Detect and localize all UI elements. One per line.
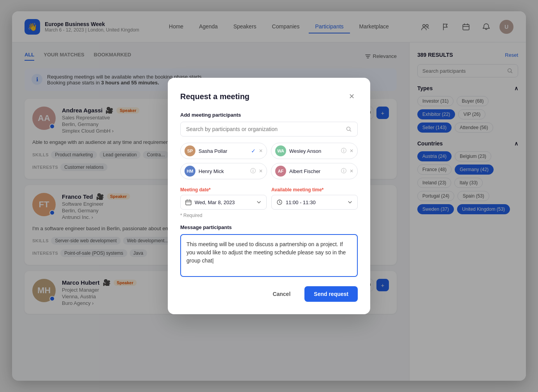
chip-remove-0[interactable]: ✕ bbox=[259, 148, 263, 154]
chip-avatar-1: WA bbox=[275, 145, 286, 156]
calendar-icon bbox=[185, 199, 192, 205]
meeting-time-select[interactable]: 11:00 - 11:30 bbox=[271, 195, 358, 210]
message-textarea[interactable]: This meeting will be used to discuss a p… bbox=[180, 234, 358, 277]
participant-chip-1: WA Wesley Anson ⓘ ✕ bbox=[271, 143, 358, 159]
meeting-date-time-row: Meeting date* Wed, Mar 8, 2023 bbox=[180, 187, 358, 210]
meeting-date-field: Meeting date* Wed, Mar 8, 2023 bbox=[180, 187, 267, 210]
cancel-button[interactable]: Cancel bbox=[263, 286, 300, 302]
info-icon-2: ⓘ bbox=[250, 168, 256, 175]
clock-icon bbox=[276, 199, 283, 205]
modal-title: Request a meeting bbox=[180, 92, 250, 101]
chevron-down-icon bbox=[256, 200, 262, 205]
modal-overlay: Request a meeting ✕ Add meeting particip… bbox=[0, 0, 538, 392]
chip-avatar-3: AF bbox=[275, 166, 286, 177]
info-icon-3: ⓘ bbox=[341, 168, 346, 175]
chip-remove-2[interactable]: ✕ bbox=[259, 168, 263, 174]
chip-name-0: Sasha Pollar bbox=[199, 148, 248, 154]
meeting-request-modal: Request a meeting ✕ Add meeting particip… bbox=[168, 78, 370, 314]
chip-remove-3[interactable]: ✕ bbox=[350, 168, 353, 174]
modal-close-btn[interactable]: ✕ bbox=[345, 90, 358, 103]
chip-name-3: Albert Fischer bbox=[289, 168, 338, 174]
modal-header: Request a meeting ✕ bbox=[180, 90, 358, 103]
chip-name-1: Wesley Anson bbox=[289, 148, 338, 154]
participants-search-input[interactable] bbox=[186, 126, 343, 132]
modal-footer: Cancel Send request bbox=[180, 286, 358, 302]
participant-chip-0: SP Sasha Pollar ✓ ✕ bbox=[180, 143, 267, 159]
message-label: Message participants bbox=[180, 224, 358, 230]
participant-chip-3: AF Albert Fischer ⓘ ✕ bbox=[271, 163, 358, 179]
chip-avatar-0: SP bbox=[185, 145, 195, 156]
chip-name-2: Henry Mick bbox=[199, 168, 247, 174]
chevron-down-icon bbox=[347, 200, 353, 205]
participants-search-field[interactable] bbox=[180, 122, 358, 136]
meeting-time-field: Available meeting time* 11:00 - 11:30 bbox=[271, 187, 358, 210]
search-icon bbox=[346, 126, 352, 132]
verified-icon-0: ✓ bbox=[251, 148, 256, 154]
info-icon-1: ⓘ bbox=[341, 147, 346, 154]
required-note: * Required bbox=[180, 213, 358, 218]
participant-chip-2: HM Henry Mick ⓘ ✕ bbox=[180, 163, 267, 179]
participants-chips-grid: SP Sasha Pollar ✓ ✕ WA Wesley Anson ⓘ ✕ … bbox=[180, 143, 358, 179]
svg-rect-5 bbox=[186, 200, 191, 205]
message-section: Message participants This meeting will b… bbox=[180, 224, 358, 278]
chip-remove-1[interactable]: ✕ bbox=[350, 148, 353, 154]
add-participants-label: Add meeting participants bbox=[180, 112, 358, 118]
send-request-button[interactable]: Send request bbox=[304, 286, 358, 302]
meeting-date-select[interactable]: Wed, Mar 8, 2023 bbox=[180, 195, 267, 210]
chip-avatar-2: HM bbox=[185, 166, 195, 177]
